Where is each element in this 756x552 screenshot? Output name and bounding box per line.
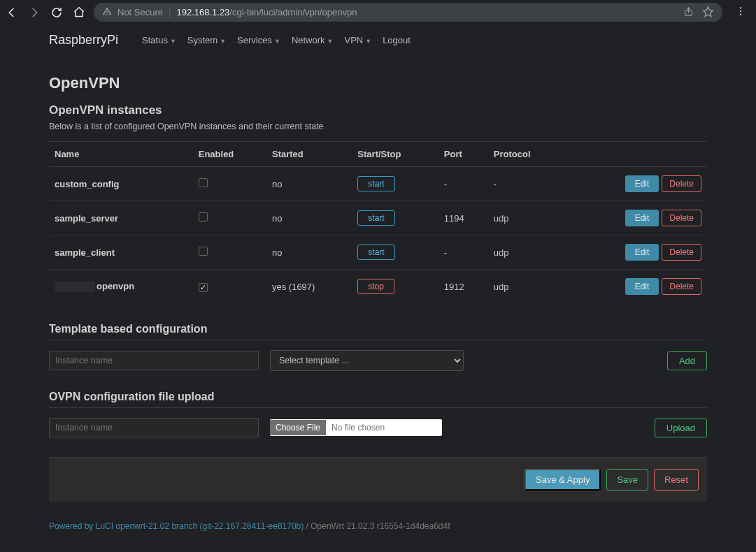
star-icon[interactable] xyxy=(702,6,714,20)
reload-icon[interactable] xyxy=(50,6,63,19)
browser-menu-icon[interactable] xyxy=(731,6,750,19)
edit-button[interactable]: Edit xyxy=(625,175,659,192)
home-icon[interactable] xyxy=(73,6,85,19)
bottom-bar: Save & Apply Save Reset xyxy=(49,457,707,502)
footer: Powered by LuCI openwrt-21.02 branch (gi… xyxy=(49,521,707,531)
col-actions xyxy=(564,142,707,167)
delete-button[interactable]: Delete xyxy=(662,278,701,295)
started-cell: yes (1697) xyxy=(266,270,352,304)
back-icon[interactable] xyxy=(6,6,18,19)
chevron-down-icon: ▼ xyxy=(365,38,371,45)
delete-button[interactable]: Delete xyxy=(662,244,701,261)
top-nav: RaspberryPi Status▼System▼Services▼Netwo… xyxy=(49,24,707,56)
instance-name: custom_config xyxy=(49,167,193,201)
col-start-stop: Start/Stop xyxy=(352,142,438,167)
page-title: OpenVPN xyxy=(49,74,707,92)
nav-status[interactable]: Status▼ xyxy=(142,35,176,45)
svg-point-1 xyxy=(740,7,741,8)
url-text: 192.168.1.23/cgi-bin/luci/admin/vpn/open… xyxy=(176,7,678,17)
chevron-down-icon: ▼ xyxy=(327,38,334,45)
edit-button[interactable]: Edit xyxy=(625,244,659,261)
protocol-cell: udp xyxy=(488,235,564,270)
edit-button[interactable]: Edit xyxy=(625,210,659,226)
ovpn-instance-name-input[interactable] xyxy=(49,418,259,437)
enabled-checkbox[interactable] xyxy=(199,212,208,221)
edit-button[interactable]: Edit xyxy=(625,278,659,295)
delete-button[interactable]: Delete xyxy=(662,210,701,226)
not-secure-label: Not Secure xyxy=(117,7,163,17)
template-title: Template based configuration xyxy=(49,323,707,335)
delete-button[interactable]: Delete xyxy=(662,175,701,192)
port-cell: 1194 xyxy=(438,201,488,235)
instance-name: sample_client xyxy=(49,235,193,270)
port-cell: - xyxy=(438,167,488,201)
enabled-checkbox[interactable] xyxy=(199,283,208,292)
nav-logout[interactable]: Logout xyxy=(383,35,411,45)
share-icon[interactable] xyxy=(683,6,694,19)
instance-name: sample_server xyxy=(49,201,193,235)
table-row: custom_confignostart--EditDelete xyxy=(49,167,707,201)
col-port: Port xyxy=(438,142,488,167)
template-select[interactable]: Select template ... xyxy=(270,350,464,371)
footer-link[interactable]: Powered by LuCI openwrt-21.02 branch (gi… xyxy=(49,521,304,531)
protocol-cell: udp xyxy=(488,201,564,235)
add-button[interactable]: Add xyxy=(667,351,707,370)
upload-button[interactable]: Upload xyxy=(655,419,707,437)
save-apply-button[interactable]: Save & Apply xyxy=(525,469,601,491)
col-name: Name xyxy=(49,142,193,167)
table-row: openvpnyes (1697)stop1912udpEditDelete xyxy=(49,270,707,304)
nav-network[interactable]: Network▼ xyxy=(292,35,334,45)
warning-icon xyxy=(102,6,112,18)
footer-tail: / OpenWrt 21.02.3 r16554-1d4dea6d4f xyxy=(304,521,450,531)
template-instance-name-input[interactable] xyxy=(49,351,259,370)
instances-table: NameEnabledStartedStart/StopPortProtocol… xyxy=(49,141,707,303)
reset-button[interactable]: Reset xyxy=(654,469,699,491)
chevron-down-icon: ▼ xyxy=(220,38,226,45)
instances-desc: Below is a list of configured OpenVPN in… xyxy=(49,122,707,131)
port-cell: - xyxy=(438,235,488,270)
protocol-cell: udp xyxy=(488,270,564,304)
chevron-down-icon: ▼ xyxy=(170,38,176,45)
nav-vpn[interactable]: VPN▼ xyxy=(344,35,371,45)
start-button[interactable]: start xyxy=(357,176,394,191)
table-row: sample_clientnostart-udpEditDelete xyxy=(49,235,707,270)
protocol-cell: - xyxy=(488,167,564,201)
table-row: sample_servernostart1194udpEditDelete xyxy=(49,201,707,235)
file-chooser[interactable]: Choose File No file chosen xyxy=(270,419,442,436)
browser-toolbar: Not Secure | 192.168.1.23/cgi-bin/luci/a… xyxy=(0,0,756,24)
no-file-label: No file chosen xyxy=(326,423,390,433)
enabled-checkbox[interactable] xyxy=(199,178,208,187)
url-bar[interactable]: Not Secure | 192.168.1.23/cgi-bin/luci/a… xyxy=(94,3,722,22)
chevron-down-icon: ▼ xyxy=(274,38,280,45)
started-cell: no xyxy=(266,201,352,235)
svg-point-2 xyxy=(740,10,741,12)
col-started: Started xyxy=(266,142,352,167)
ovpn-title: OVPN configuration file upload xyxy=(49,391,707,403)
instances-title: OpenVPN instances xyxy=(49,103,707,117)
col-protocol: Protocol xyxy=(488,142,564,167)
instance-name: openvpn xyxy=(49,270,193,304)
brand: RaspberryPi xyxy=(49,33,118,48)
enabled-checkbox[interactable] xyxy=(199,247,208,256)
started-cell: no xyxy=(266,235,352,270)
col-enabled: Enabled xyxy=(193,142,266,167)
start-button[interactable]: start xyxy=(357,245,394,260)
choose-file-button[interactable]: Choose File xyxy=(270,420,326,435)
nav-services[interactable]: Services▼ xyxy=(237,35,280,45)
save-button[interactable]: Save xyxy=(606,469,648,491)
started-cell: no xyxy=(266,167,352,201)
nav-system[interactable]: System▼ xyxy=(187,35,226,45)
start-button[interactable]: start xyxy=(357,210,394,226)
port-cell: 1912 xyxy=(438,270,488,304)
forward-icon[interactable] xyxy=(28,6,41,19)
obscured-prefix xyxy=(55,282,95,292)
svg-point-3 xyxy=(740,14,741,15)
stop-button[interactable]: stop xyxy=(357,279,394,294)
